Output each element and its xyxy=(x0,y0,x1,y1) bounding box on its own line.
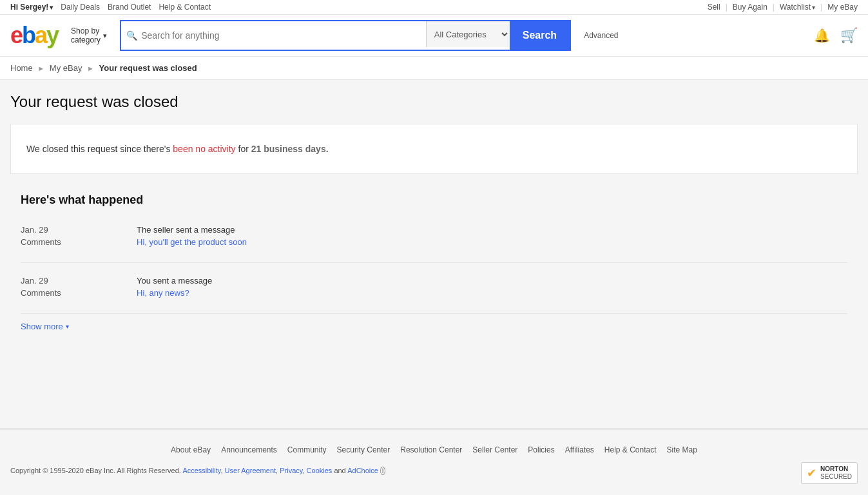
footer-copyright: Copyright © 1995-2020 eBay Inc. All Righ… xyxy=(10,467,385,474)
footer-links: About eBay Announcements Community Secur… xyxy=(10,445,858,454)
separator-3: | xyxy=(820,3,822,12)
footer-about[interactable]: About eBay xyxy=(171,445,211,454)
page-title: Your request was closed xyxy=(10,93,858,111)
adchoice-icon: i xyxy=(380,467,385,475)
buy-again-link[interactable]: Buy Again xyxy=(733,3,767,12)
notice-highlight: been no activity xyxy=(173,144,235,154)
footer-site-map[interactable]: Site Map xyxy=(667,445,697,454)
help-contact-link[interactable]: Help & Contact xyxy=(159,3,211,12)
show-more-button[interactable]: Show more ▾ xyxy=(21,322,847,331)
search-input-wrap: 🔍 xyxy=(121,21,426,50)
footer-community[interactable]: Community xyxy=(287,445,327,454)
ebay-logo[interactable]: ebay xyxy=(10,22,58,49)
footer-security-center[interactable]: Security Center xyxy=(337,445,391,454)
timeline-comment-text-1: Hi, you'll get the product soon xyxy=(137,237,247,247)
breadcrumb-sep-2: ► xyxy=(87,64,94,72)
header-right: 🔔 🛒 xyxy=(814,27,858,44)
footer-copyright-section: Copyright © 1995-2020 eBay Inc. All Righ… xyxy=(10,467,385,480)
logo-y: y xyxy=(46,22,58,49)
timeline-divider-1 xyxy=(21,262,847,263)
norton-text: NORTON SECURED xyxy=(820,465,852,481)
footer-resolution-center[interactable]: Resolution Center xyxy=(400,445,462,454)
norton-check-icon: ✔ xyxy=(807,466,816,480)
hi-user[interactable]: Hi Sergey! ▾ xyxy=(10,3,53,12)
notice-days: 21 business days. xyxy=(251,144,329,154)
separator-1: | xyxy=(726,3,728,12)
user-dropdown-arrow: ▾ xyxy=(50,4,53,11)
brand-outlet-link[interactable]: Brand Outlet xyxy=(108,3,151,12)
watchlist-link[interactable]: Watchlist ▾ xyxy=(780,3,815,12)
breadcrumb-my-ebay[interactable]: My eBay xyxy=(50,63,82,73)
footer-accessibility[interactable]: Accessibility xyxy=(182,467,220,474)
footer-bottom: Copyright © 1995-2020 eBay Inc. All Righ… xyxy=(10,462,858,484)
my-ebay-link[interactable]: My eBay xyxy=(827,3,858,12)
timeline-item-2: Jan. 29 You sent a message Comments Hi, … xyxy=(21,268,847,308)
timeline-item-1: Jan. 29 The seller sent a message Commen… xyxy=(21,217,847,257)
logo-e: e xyxy=(10,22,22,49)
norton-badge: ✔ NORTON SECURED xyxy=(801,462,858,484)
main-content: Your request was closed We closed this r… xyxy=(0,80,868,402)
notice-text: We closed this request since there's bee… xyxy=(26,144,842,154)
footer: About eBay Announcements Community Secur… xyxy=(0,430,868,492)
top-bar: Hi Sergey! ▾ Daily Deals Brand Outlet He… xyxy=(0,0,868,15)
footer-announcements[interactable]: Announcements xyxy=(221,445,277,454)
timeline-comment-label-1: Comments xyxy=(21,237,137,247)
timeline-action-2: You sent a message xyxy=(137,276,212,286)
daily-deals-link[interactable]: Daily Deals xyxy=(61,3,100,12)
breadcrumb-current: Your request was closed xyxy=(99,63,197,73)
shop-by-arrow: ▾ xyxy=(103,32,107,40)
search-icon: 🔍 xyxy=(126,30,137,41)
footer-seller-center[interactable]: Seller Center xyxy=(472,445,517,454)
timeline-comment-label-2: Comments xyxy=(21,288,137,298)
top-bar-right: Sell | Buy Again | Watchlist ▾ | My eBay xyxy=(708,3,858,12)
cart-icon[interactable]: 🛒 xyxy=(840,27,858,44)
logo-b: b xyxy=(22,22,35,49)
timeline-comment-text-2: Hi, any news? xyxy=(137,288,189,298)
timeline-action-1: The seller sent a message xyxy=(137,225,235,235)
footer-affiliates[interactable]: Affiliates xyxy=(565,445,594,454)
search-button[interactable]: Search xyxy=(510,21,570,50)
category-select[interactable]: All Categories xyxy=(426,21,510,47)
notification-icon[interactable]: 🔔 xyxy=(814,28,830,43)
timeline-divider-2 xyxy=(21,313,847,314)
timeline-row-date-1: Jan. 29 The seller sent a message xyxy=(21,225,847,235)
timeline-row-date-2: Jan. 29 You sent a message xyxy=(21,276,847,286)
shop-by-category[interactable]: Shop by category ▾ xyxy=(66,26,112,45)
timeline-section: Here's what happened Jan. 29 The seller … xyxy=(10,193,858,331)
timeline-date-2: Jan. 29 xyxy=(21,276,137,286)
timeline-row-comment-2: Comments Hi, any news? xyxy=(21,288,847,298)
search-input[interactable] xyxy=(141,30,421,41)
timeline-title: Here's what happened xyxy=(21,193,847,207)
footer-help-contact[interactable]: Help & Contact xyxy=(604,445,657,454)
logo-a: a xyxy=(35,22,46,49)
timeline-date-1: Jan. 29 xyxy=(21,225,137,235)
header: ebay Shop by category ▾ 🔍 All Categories… xyxy=(0,15,868,57)
show-more-arrow: ▾ xyxy=(66,323,69,330)
watchlist-arrow: ▾ xyxy=(812,4,815,11)
separator-2: | xyxy=(773,3,775,12)
footer-adchoice[interactable]: AdChoice xyxy=(347,467,378,474)
timeline-row-comment-1: Comments Hi, you'll get the product soon xyxy=(21,237,847,247)
footer-user-agreement[interactable]: User Agreement xyxy=(225,467,276,474)
search-form: 🔍 All Categories Search xyxy=(120,20,571,51)
breadcrumb: Home ► My eBay ► Your request was closed xyxy=(0,57,868,80)
sell-link[interactable]: Sell xyxy=(708,3,720,12)
footer-cookies[interactable]: Cookies xyxy=(307,467,333,474)
top-bar-left: Hi Sergey! ▾ Daily Deals Brand Outlet He… xyxy=(10,3,211,12)
breadcrumb-sep-1: ► xyxy=(37,64,44,72)
notice-box: We closed this request since there's bee… xyxy=(10,124,858,174)
footer-policies[interactable]: Policies xyxy=(528,445,554,454)
footer-privacy[interactable]: Privacy xyxy=(280,467,302,474)
advanced-search-link[interactable]: Advanced xyxy=(579,31,618,40)
breadcrumb-home[interactable]: Home xyxy=(10,63,33,73)
